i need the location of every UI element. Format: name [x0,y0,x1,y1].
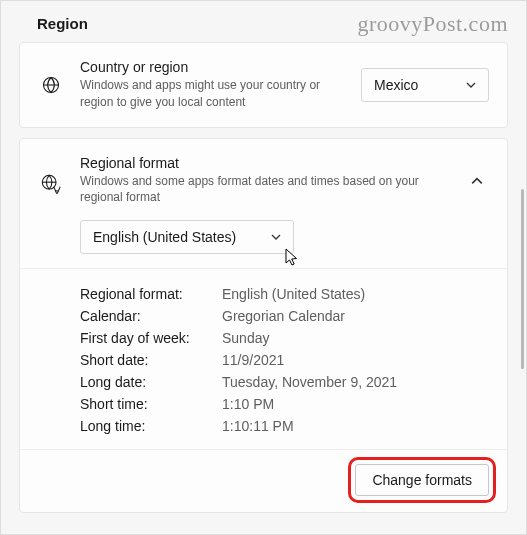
detail-label: Calendar: [80,308,210,324]
country-select[interactable]: Mexico [361,68,489,102]
detail-row: Short date: 11/9/2021 [80,349,489,371]
regional-format-select-value: English (United States) [93,229,236,245]
country-select-value: Mexico [374,77,418,93]
detail-row: Short time: 1:10 PM [80,393,489,415]
chevron-up-icon [471,175,489,187]
detail-label: Long time: [80,418,210,434]
country-region-sub: Windows and apps might use your country … [80,77,345,111]
regional-format-details: Regional format: English (United States)… [20,268,507,441]
detail-value: English (United States) [222,286,365,302]
detail-value: 11/9/2021 [222,352,284,368]
detail-value: 1:10 PM [222,396,274,412]
globe-icon [38,75,64,95]
country-region-card: Country or region Windows and apps might… [19,42,508,128]
change-formats-button[interactable]: Change formats [355,464,489,496]
country-region-title: Country or region [80,59,345,75]
detail-row: Long time: 1:10:11 PM [80,415,489,437]
detail-label: Short date: [80,352,210,368]
regional-format-select[interactable]: English (United States) [80,220,294,254]
detail-label: First day of week: [80,330,210,346]
detail-value: 1:10:11 PM [222,418,294,434]
regional-format-card: Regional format Windows and some apps fo… [19,138,508,514]
chevron-down-icon [466,80,476,90]
detail-value: Sunday [222,330,269,346]
detail-row: Regional format: English (United States) [80,283,489,305]
language-globe-icon [38,173,64,195]
detail-value: Tuesday, November 9, 2021 [222,374,397,390]
detail-row: First day of week: Sunday [80,327,489,349]
scrollbar[interactable] [521,189,524,369]
collapse-toggle[interactable] [471,175,489,187]
detail-label: Long date: [80,374,210,390]
regional-format-title: Regional format [80,155,455,171]
detail-label: Short time: [80,396,210,412]
chevron-down-icon [271,232,281,242]
detail-row: Long date: Tuesday, November 9, 2021 [80,371,489,393]
page-title: Region [37,15,508,32]
detail-value: Gregorian Calendar [222,308,345,324]
regional-format-sub: Windows and some apps format dates and t… [80,173,455,207]
detail-row: Calendar: Gregorian Calendar [80,305,489,327]
detail-label: Regional format: [80,286,210,302]
